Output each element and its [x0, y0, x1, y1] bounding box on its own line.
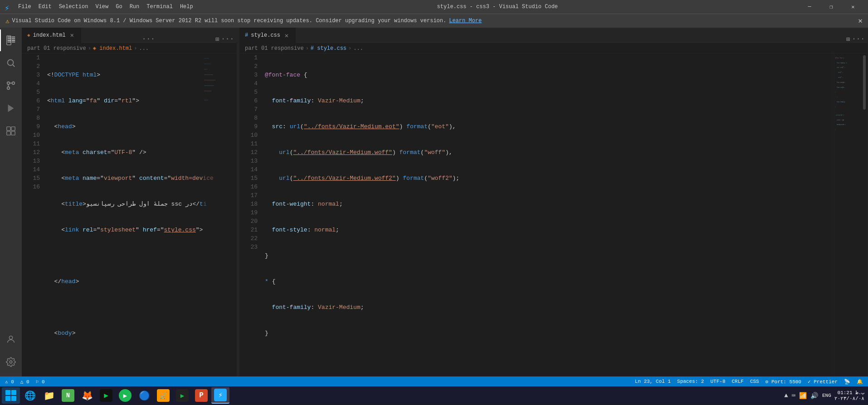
status-position[interactable]: Ln 23, Col 1 — [634, 379, 672, 384]
status-warnings[interactable]: △ 0 — [19, 379, 31, 385]
taskbar-notepad[interactable]: N — [59, 387, 77, 404]
svg-marker-6 — [8, 105, 14, 112]
svg-rect-10 — [11, 131, 15, 135]
taskbar-vscode[interactable]: ⚡ — [211, 387, 229, 404]
taskbar-firefox[interactable]: 🦊 — [78, 387, 96, 404]
status-encoding[interactable]: UTF-8 — [709, 379, 727, 384]
status-info[interactable]: ⚐ 0 — [34, 379, 46, 385]
close-tab-index-html[interactable]: ✕ — [68, 31, 76, 39]
warning-text: Visual Studio Code on Windows 8.1 / Wind… — [12, 18, 446, 24]
close-button[interactable]: ✕ — [843, 0, 863, 14]
sidebar-item-explorer[interactable] — [0, 29, 22, 51]
sidebar-item-source-control[interactable] — [0, 75, 22, 96]
right-scrollbar[interactable] — [861, 53, 868, 376]
menu-help[interactable]: Help — [177, 3, 196, 11]
minimize-button[interactable]: — — [799, 0, 820, 14]
warning-icon: ⚠ — [5, 17, 9, 25]
breadcrumb-part01: part 01 responsive — [27, 45, 86, 52]
powerpoint-icon: P — [195, 389, 208, 402]
vscode-taskbar-icon: ⚡ — [214, 389, 227, 401]
taskbar-chrome[interactable]: 🔵 — [135, 387, 153, 404]
status-eol[interactable]: CRLF — [731, 379, 745, 384]
clock-time: 01:21 ب.ظ — [834, 390, 864, 395]
status-bar-right: Ln 23, Col 1 Spaces: 2 UTF-8 CRLF CSS ⊙ … — [634, 379, 864, 385]
taskbar-media2[interactable]: ▶ — [173, 387, 191, 404]
taskbar-media[interactable]: ▶ — [97, 387, 115, 404]
status-port[interactable]: ⊙ Port: 5500 — [764, 379, 803, 385]
taskbar-start-button[interactable] — [2, 387, 20, 404]
right-breadcrumb: part 01 responsive › # style.css › ... — [239, 43, 868, 53]
account-icon[interactable] — [0, 328, 22, 350]
warning-bar: ⚠ Visual Studio Code on Windows 8.1 / Wi… — [0, 14, 868, 28]
css-icon: # — [245, 32, 248, 39]
tray-signal-icon[interactable]: 📶 — [798, 391, 808, 400]
chrome-icon: 🔵 — [138, 389, 151, 402]
svg-point-1 — [8, 60, 14, 66]
maximize-button[interactable]: ❐ — [821, 0, 842, 14]
main-layout: ◈ index.html ✕ ··· ⊞ ··· part 01 respons… — [0, 28, 868, 376]
tab-index-html[interactable]: ◈ index.html ✕ — [22, 28, 82, 43]
tray-volume-icon[interactable]: 🔊 — [809, 391, 819, 400]
left-editor-content[interactable]: ━━━━━━ ━━━━━━━━ ━━━━ ━━━━━━━━━━━ ━━━━━━━… — [22, 53, 237, 376]
right-editor-content[interactable]: 12345 678910 1112131415 1617181920 21222… — [239, 53, 868, 376]
menu-go[interactable]: Go — [113, 3, 125, 11]
taskbar-app3[interactable]: ▶ — [116, 387, 134, 404]
split-editor-icon-right[interactable]: ⊞ — [846, 35, 850, 43]
close-tab-style-css[interactable]: ✕ — [283, 32, 290, 39]
left-minimap: ━━━━━━ ━━━━━━━━ ━━━━ ━━━━━━━━━━━ ━━━━━━━… — [203, 53, 230, 376]
breadcrumb-dots-left: ... — [139, 45, 149, 52]
explorer-app-icon: 📁 — [43, 389, 55, 402]
settings-icon[interactable] — [0, 351, 22, 373]
menu-view[interactable]: View — [93, 3, 111, 11]
status-notification-icon[interactable]: 🔔 — [855, 379, 864, 385]
menu-terminal[interactable]: Terminal — [144, 3, 176, 11]
taskbar-clock[interactable]: 01:21 ب.ظ ۲۰۲۳/۰۸/۰۸ — [834, 390, 864, 401]
breadcrumb-stylecss: # style.css — [311, 45, 346, 52]
scrollbar-thumb[interactable] — [863, 55, 866, 110]
taskbar-powerpoint[interactable]: P — [192, 387, 210, 404]
title-bar-title: style.css - css3 - Visual Studio Code — [437, 4, 558, 10]
close-warning-button[interactable]: ✕ — [858, 16, 863, 25]
status-bar-left: ⚠ 0 △ 0 ⚐ 0 — [4, 379, 46, 385]
store-icon: 🛒 — [157, 389, 170, 402]
more-actions-icon-right[interactable]: ··· — [852, 35, 865, 43]
windows-logo-icon — [5, 390, 16, 401]
taskbar-ie[interactable]: 🌐 — [21, 387, 39, 404]
taskbar-store[interactable]: 🛒 — [154, 387, 172, 404]
status-errors[interactable]: ⚠ 0 — [4, 379, 15, 385]
tray-keyboard-icon[interactable]: ⌨ — [791, 391, 796, 400]
title-bar-left: ⚡ File Edit Selection View Go Run Termin… — [5, 3, 196, 11]
title-bar: ⚡ File Edit Selection View Go Run Termin… — [0, 0, 868, 14]
split-editor-icon[interactable]: ⊞ — [215, 35, 219, 43]
title-bar-menus: File Edit Selection View Go Run Terminal… — [15, 3, 196, 11]
breadcrumb-part01-right: part 01 responsive — [245, 45, 304, 52]
menu-selection[interactable]: Selection — [56, 3, 91, 11]
svg-rect-8 — [11, 127, 15, 130]
sidebar-item-search[interactable] — [0, 52, 22, 74]
svg-point-3 — [7, 87, 10, 90]
tray-lang[interactable]: ENG — [821, 393, 833, 398]
taskbar: 🌐 📁 N 🦊 ▶ ▶ 🔵 🛒 ▶ P ⚡ ▲ ⌨ 📶 🔊 ENG — [0, 386, 868, 405]
more-tabs-button-left[interactable]: ··· — [138, 35, 159, 43]
sidebar-item-run-debug[interactable] — [0, 97, 22, 119]
svg-line-2 — [13, 65, 15, 67]
title-bar-controls: — ❐ ✕ — [799, 0, 863, 14]
status-broadcast-icon[interactable]: 📡 — [843, 379, 852, 385]
menu-run[interactable]: Run — [127, 3, 142, 11]
status-language[interactable]: CSS — [749, 379, 761, 384]
notepad-icon: N — [62, 389, 74, 402]
tray-chevron[interactable]: ▲ — [783, 391, 789, 400]
svg-rect-9 — [7, 131, 10, 135]
activity-bar-bottom — [0, 328, 22, 376]
menu-edit[interactable]: Edit — [36, 3, 54, 11]
status-prettier[interactable]: ✓ Prettier — [806, 379, 839, 385]
more-actions-icon[interactable]: ··· — [221, 35, 234, 43]
svg-rect-7 — [7, 127, 10, 130]
learn-more-link[interactable]: Learn More — [449, 18, 482, 24]
sidebar-item-extensions[interactable] — [0, 120, 22, 142]
tab-style-css[interactable]: # style.css ✕ — [239, 28, 296, 43]
taskbar-explorer[interactable]: 📁 — [40, 387, 58, 404]
menu-file[interactable]: File — [15, 3, 34, 11]
tab-label-index-html: index.html — [33, 32, 66, 39]
status-spaces[interactable]: Spaces: 2 — [676, 379, 705, 384]
